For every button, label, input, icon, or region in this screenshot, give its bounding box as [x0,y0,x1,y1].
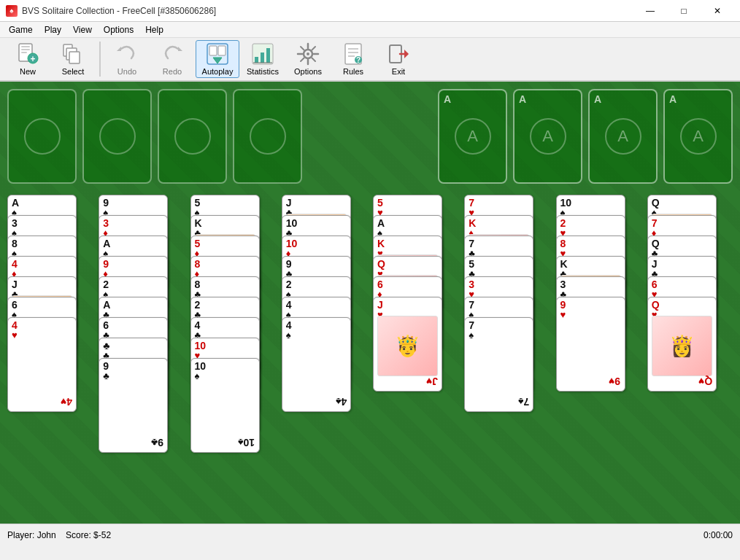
foundation-slot-2[interactable]: A A [513,89,582,184]
freecell-slot-4[interactable] [233,89,302,184]
options-label: Options [294,67,322,76]
card-9-hearts[interactable]: 9 ♥ 9♥ [556,297,625,392]
select-icon [61,42,85,66]
toolbar: + New Select Undo [0,38,740,82]
new-button[interactable]: + New [6,40,50,78]
freecell-circle-4 [250,118,286,155]
svg-text:+: + [30,54,35,64]
svg-rect-15 [261,52,264,63]
card-column-7[interactable]: 10 ♠ 10♠ 2 ♥ 2♥ 8 ♥ 8♥ K ♣ 👑 K♣ 3 [556,195,641,530]
svg-rect-10 [209,46,217,55]
card-9-clubs[interactable]: 9 ♣ 9♣ [99,358,168,453]
card-column-4[interactable]: J ♣ 🤴 J♣ 10 ♣ 10♣ 10 ♦ 10♦ 9 ♣ 9♣ 2 [282,195,367,530]
score: Score: $-52 [66,530,111,540]
card-column-3[interactable]: 5 ♠ 5♠ K ♣ 👑 K♣ 5 ♦ 5♦ 8 ♦ 8♦ 8 [190,195,276,530]
autoplay-button[interactable]: Autoplay [196,40,239,78]
game-time: 0:00:00 [704,530,733,540]
menu-help[interactable]: Help [139,23,169,36]
maximize-button[interactable]: □ [667,0,701,22]
svg-line-27 [301,58,304,62]
svg-rect-2 [21,49,30,50]
menu-play[interactable]: Play [39,23,67,36]
autoplay-label: Autoplay [202,67,234,76]
svg-point-19 [307,52,309,55]
menu-game[interactable]: Game [3,23,39,36]
freecell-slot-2[interactable] [82,89,152,184]
foundation-icon-3: A [605,118,641,155]
redo-button[interactable]: Redo [150,40,194,78]
freecell-circle-2 [99,118,136,155]
columns-area: A ♠ A♠ 3 ♠ 3♠ 8 ♠ 8♠ 4 ♦ 4♦ J ♣ [7,195,733,530]
foundation-slot-4[interactable]: A A [663,89,733,184]
foundation-icon-2: A [530,118,566,155]
card-column-1[interactable]: A ♠ A♠ 3 ♠ 3♠ 8 ♠ 8♠ 4 ♦ 4♦ J ♣ [7,195,93,530]
statistics-button[interactable]: Statistics [241,40,285,78]
select-button[interactable]: Select [51,40,95,78]
card-J-hearts-face[interactable]: J ♥ 🤴 J♥ [373,297,442,392]
redo-label: Redo [163,67,182,76]
minimize-button[interactable]: — [633,0,667,22]
svg-rect-14 [255,57,258,63]
freecell-circle-1 [24,118,61,155]
rules-icon: ? [342,42,365,66]
card-4-hearts[interactable]: 4 ♥ 4♥ [7,317,77,412]
foundation-label-4: A [669,93,677,105]
svg-rect-1 [21,46,30,47]
svg-marker-36 [404,50,409,58]
card-column-5[interactable]: 5 ♥ 5♥ A ♠ A♠ K ♥ 👑 K♥ Q ♥ 👸 Q♥ [373,195,458,530]
svg-line-24 [301,47,304,50]
foundation-icon-1: A [455,118,491,155]
card-10-spades[interactable]: 10 ♠ 10♠ [190,358,260,453]
foundation-label-1: A [444,93,451,105]
foundation-label-3: A [594,93,601,105]
undo-icon [115,42,139,66]
statistics-icon [251,42,274,66]
player-name: Player: John [7,530,56,540]
card-column-8[interactable]: Q ♠ 👸 Q♠ 7 ♦ 7♦ Q ♣ Q♣ J ♣ J♣ 6 [647,195,733,530]
foundation-icon-4: A [680,118,717,155]
close-button[interactable]: ✕ [701,0,734,22]
svg-rect-8 [69,52,80,63]
redo-icon [161,42,184,66]
game-area: A A A A A A A A A ♠ A♠ 3 ♠ 3♠ [0,82,740,545]
undo-button[interactable]: Undo [105,40,149,78]
card-4-spades-2[interactable]: 4 ♠ 4♠ [282,317,351,412]
freecell-slot-1[interactable] [7,89,77,184]
new-icon: + [16,42,39,66]
svg-rect-16 [266,48,270,63]
menu-view[interactable]: View [67,23,98,36]
svg-text:?: ? [356,56,361,64]
window-title: BVS Solitaire Collection - FreeCell [#38… [22,6,633,16]
card-7-spades-2[interactable]: 7 ♠ 7♠ [464,317,533,412]
app-icon: ♠ [6,5,18,17]
menu-options[interactable]: Options [98,23,139,36]
svg-rect-3 [21,52,27,53]
statistics-label: Statistics [247,67,279,76]
exit-label: Exit [392,67,405,76]
undo-label: Undo [117,67,136,76]
svg-line-26 [312,47,316,50]
toolbar-separator-1 [99,42,101,77]
card-Q-hearts-face-2[interactable]: Q ♥ 👸 Q♥ [647,297,717,392]
window-controls: — □ ✕ [633,0,734,22]
foundation-slot-1[interactable]: A A [438,89,507,184]
freecell-circle-3 [174,118,211,155]
options-button[interactable]: Options [286,40,330,78]
rules-button[interactable]: ? Rules [331,40,375,78]
freecell-slot-3[interactable] [158,89,227,184]
exit-button[interactable]: Exit [377,40,420,78]
foundation-label-2: A [519,93,526,105]
foundation-slot-3[interactable]: A A [588,89,658,184]
exit-icon [387,42,410,66]
new-label: New [20,67,36,76]
select-label: Select [62,67,85,76]
autoplay-icon [206,42,229,66]
freecell-area [7,89,302,184]
status-bar: Player: John Score: $-52 0:00:00 [0,524,740,545]
card-column-6[interactable]: 7 ♥ 7♥ K ♦ 👑 K♦ 7 ♣ 7♣ 5 ♣ 5♣ 3 [464,195,550,530]
foundation-area: A A A A A A A A [438,89,733,184]
svg-line-25 [312,58,316,62]
card-column-2[interactable]: 9 ♠ 9♠ 3 ♦ 3♦ A ♠ A♠ 9 ♦ 9♦ 2 ♠ [99,195,184,530]
player-info: Player: John Score: $-52 [7,530,111,540]
options-icon [296,42,320,66]
